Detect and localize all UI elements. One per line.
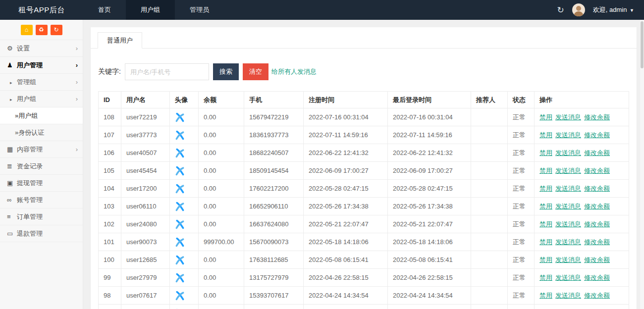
modify-balance-link[interactable]: 修改余额: [584, 220, 610, 228]
modify-balance-link[interactable]: 修改余额: [584, 113, 610, 121]
disable-link[interactable]: 禁用: [539, 113, 552, 121]
modify-balance-link[interactable]: 修改余额: [584, 292, 610, 299]
disable-link[interactable]: 禁用: [539, 274, 552, 281]
cell-avatar: [170, 269, 199, 287]
disable-link[interactable]: 禁用: [539, 256, 552, 263]
clear-cache-icon: ♻: [39, 26, 44, 33]
cell-phone: 18361937773: [244, 126, 304, 144]
sidebar-item-5[interactable]: »身份认证: [0, 124, 83, 141]
cell-id: 104: [99, 180, 121, 198]
cell-last-login: [388, 305, 471, 309]
sidebar-item-3[interactable]: ▸用户组›: [0, 91, 83, 107]
send-message-link[interactable]: 发送消息: [555, 274, 581, 281]
modify-balance-link[interactable]: 修改余额: [584, 185, 610, 192]
refresh-icon[interactable]: ↻: [557, 5, 564, 15]
disable-link[interactable]: 禁用: [539, 203, 552, 210]
chevron-right-icon: ›: [76, 40, 78, 57]
sidebar-item-1[interactable]: ♟用户管理›: [0, 57, 83, 74]
clear-cache-button[interactable]: ♻: [36, 25, 48, 35]
cell-actions: 禁用发送消息修改余额: [535, 251, 629, 269]
cell-reg-time: 2022-04-24 14:34:54: [304, 287, 388, 305]
welcome-dropdown[interactable]: 欢迎, admin ▼: [593, 5, 634, 14]
avatar-icon: [175, 130, 185, 140]
send-message-link[interactable]: 发送消息: [555, 203, 581, 210]
vertical-scrollbar[interactable]: [640, 20, 644, 309]
table-row: 101user90073999700.00156700900732022-05-…: [99, 233, 629, 251]
chevron-right-icon: ›: [76, 57, 78, 74]
cell-reg-time: 2022-05-28 02:47:15: [304, 180, 388, 198]
sidebar-item-label: 提现管理: [17, 179, 43, 187]
send-message-link[interactable]: 发送消息: [555, 238, 581, 246]
column-header-0: ID: [99, 92, 121, 108]
sidebar-item-0[interactable]: ⚙设置›: [0, 40, 83, 57]
modify-balance-link[interactable]: 修改余额: [584, 149, 610, 156]
send-message-link[interactable]: 发送消息: [555, 113, 581, 121]
cell-last-login: 2022-04-24 14:34:54: [388, 287, 471, 305]
cell-balance: 0.00: [199, 144, 244, 162]
home-button[interactable]: ⌂: [21, 25, 33, 35]
sidebar-item-7[interactable]: ≣资金记录: [0, 158, 83, 175]
modify-balance-link[interactable]: 修改余额: [584, 238, 610, 246]
send-message-link[interactable]: 发送消息: [555, 220, 581, 228]
cell-username: [121, 305, 170, 309]
modify-balance-link[interactable]: 修改余额: [584, 256, 610, 263]
send-message-link[interactable]: 发送消息: [555, 167, 581, 174]
cell-status: 正常: [508, 126, 535, 144]
disable-link[interactable]: 禁用: [539, 167, 552, 174]
disable-link[interactable]: 禁用: [539, 185, 552, 192]
refresh-button[interactable]: ↻: [51, 25, 62, 35]
disable-link[interactable]: 禁用: [539, 149, 552, 156]
modify-balance-link[interactable]: 修改余额: [584, 131, 610, 139]
search-button[interactable]: 搜索: [213, 63, 239, 80]
tab-normal-users[interactable]: 普通用户: [98, 32, 142, 49]
cell-phone: 15679472219: [244, 108, 304, 126]
content-card: 普通用户 关键字: 搜索 清空 给所有人发消息 ID用户名头像余额手机注册时间最…: [91, 27, 637, 309]
sidebar-item-4[interactable]: »用户组: [0, 107, 83, 124]
user-avatar[interactable]: [572, 3, 585, 16]
column-header-1: 用户名: [121, 92, 170, 108]
sidebar-item-2[interactable]: ▸管理组›: [0, 74, 83, 91]
broadcast-message-link[interactable]: 给所有人发消息: [271, 67, 317, 76]
search-input[interactable]: [125, 63, 209, 80]
cell-last-login: 2022-05-21 22:07:47: [388, 215, 471, 233]
welcome-text: 欢迎, admin: [593, 6, 627, 13]
table-header-row: ID用户名头像余额手机注册时间最后登录时间推荐人状态操作: [99, 92, 629, 108]
send-message-link[interactable]: 发送消息: [555, 292, 581, 299]
disable-link[interactable]: 禁用: [539, 238, 552, 246]
cell-balance: 0.00: [199, 269, 244, 287]
table-row: 100user126850.00176381126852022-05-08 06…: [99, 251, 629, 269]
cell-actions: 禁用发送消息修改余额: [535, 162, 629, 180]
send-message-link[interactable]: 发送消息: [555, 131, 581, 139]
sidebar-item-11[interactable]: ▭退款管理: [0, 225, 83, 242]
send-message-link[interactable]: 发送消息: [555, 185, 581, 192]
modify-balance-link[interactable]: 修改余额: [584, 167, 610, 174]
modify-balance-link[interactable]: 修改余额: [584, 203, 610, 210]
sidebar-item-8[interactable]: ▣提现管理: [0, 175, 83, 192]
column-header-5: 注册时间: [304, 92, 388, 108]
modify-balance-link[interactable]: 修改余额: [584, 274, 610, 281]
scrollbar-thumb[interactable]: [641, 21, 644, 68]
disable-link[interactable]: 禁用: [539, 220, 552, 228]
cell-username: user17200: [121, 180, 170, 198]
sidebar-item-6[interactable]: ▦内容管理›: [0, 141, 83, 158]
sidebar-item-label: 订单管理: [17, 213, 43, 220]
cell-referrer: [471, 305, 508, 309]
send-message-link[interactable]: 发送消息: [555, 256, 581, 263]
sidebar-item-10[interactable]: ≡订单管理: [0, 208, 83, 225]
disable-link[interactable]: 禁用: [539, 292, 552, 299]
cell-phone: 15670090073: [244, 233, 304, 251]
cell-referrer: [471, 108, 508, 126]
send-message-link[interactable]: 发送消息: [555, 149, 581, 156]
disable-link[interactable]: 禁用: [539, 131, 552, 139]
nav-item-0[interactable]: 首页: [83, 0, 126, 20]
sidebar-quick-buttons: ⌂♻↻: [0, 20, 83, 40]
cell-avatar: [170, 126, 199, 144]
cell-phone: 18682240507: [244, 144, 304, 162]
cell-reg-time: 2022-05-08 06:15:41: [304, 251, 388, 269]
cell-actions: 禁用发送消息修改余额: [535, 269, 629, 287]
sidebar-item-9[interactable]: ∞账号管理: [0, 192, 83, 208]
clear-button[interactable]: 清空: [243, 63, 268, 80]
nav-item-2[interactable]: 管理员: [175, 0, 224, 20]
nav-item-1[interactable]: 用户组: [126, 0, 175, 20]
cell-last-login: 2022-05-18 14:18:06: [388, 233, 471, 251]
